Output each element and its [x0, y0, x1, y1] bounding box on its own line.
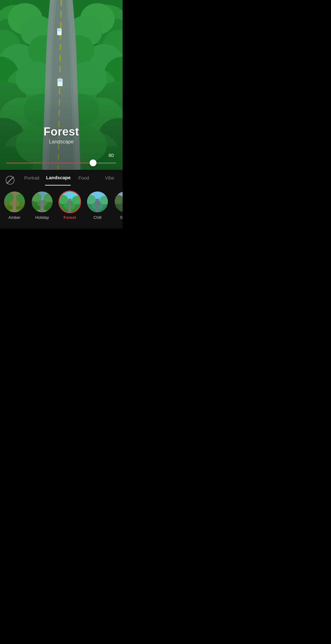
tab-food-label: Food: [78, 175, 89, 180]
filter-name-overlay: Forest: [43, 125, 79, 138]
preset-amber-label: Amber: [8, 215, 20, 220]
slider-track-container[interactable]: [6, 159, 116, 167]
slider-thumb[interactable]: [90, 159, 97, 166]
preset-thumb-amber: [3, 191, 26, 213]
preset-sultry[interactable]: Sultry: [113, 191, 123, 220]
slider-fill: [6, 163, 94, 164]
preset-thumb-holiday: [31, 191, 53, 213]
presets-row: Amber: [0, 186, 123, 222]
tab-food[interactable]: Food: [71, 175, 97, 185]
tab-portrait-label: Portrait: [24, 175, 39, 180]
svg-rect-93: [115, 192, 123, 212]
svg-rect-49: [4, 206, 13, 209]
preset-thumb-forest: [58, 191, 81, 213]
svg-rect-50: [16, 207, 25, 209]
preset-chill[interactable]: Chill: [85, 191, 110, 220]
tab-bar: Portrait Landscape Food Vibe: [0, 170, 123, 186]
preset-amber[interactable]: Amber: [2, 191, 27, 220]
slider-area: 80: [0, 153, 123, 167]
tab-vibe[interactable]: Vibe: [97, 175, 123, 185]
tab-landscape[interactable]: Landscape: [45, 175, 71, 186]
bottom-panel: Portrait Landscape Food Vibe: [0, 170, 123, 229]
svg-rect-61: [44, 207, 53, 209]
tab-portrait[interactable]: Portrait: [19, 175, 45, 185]
tab-no-filter[interactable]: [3, 176, 18, 185]
preset-holiday[interactable]: Holiday: [30, 191, 55, 220]
preset-holiday-label: Holiday: [35, 215, 49, 220]
main-image: Forest Landscape 80: [0, 0, 123, 170]
slider-value-label: 80: [6, 153, 116, 158]
slider-track[interactable]: [6, 163, 116, 164]
no-filter-icon[interactable]: [6, 176, 14, 185]
preset-forest-label: Forest: [63, 215, 76, 220]
preset-forest[interactable]: Forest: [57, 191, 82, 220]
filter-category-overlay: Landscape: [49, 139, 74, 145]
phone-container: Forest Landscape 80 Portrait: [0, 0, 123, 265]
tab-vibe-label: Vibe: [105, 175, 114, 180]
svg-rect-73: [59, 192, 80, 212]
preset-sultry-label: Sultry: [120, 215, 123, 220]
tab-landscape-label: Landscape: [46, 175, 71, 180]
preset-thumb-sultry: [114, 191, 123, 213]
svg-rect-60: [32, 206, 41, 209]
svg-rect-83: [87, 192, 108, 212]
preset-thumb-chill: [86, 191, 109, 213]
preset-chill-label: Chill: [93, 215, 101, 220]
image-overlay: Forest Landscape: [0, 0, 123, 170]
